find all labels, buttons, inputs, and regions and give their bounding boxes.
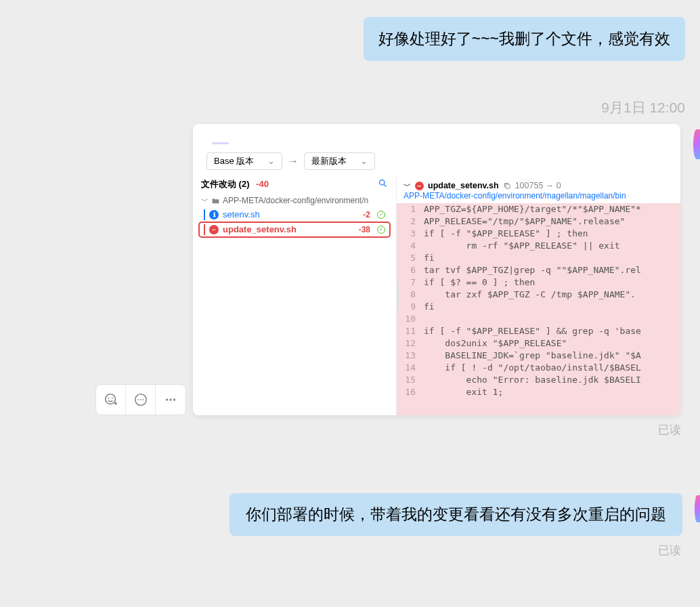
code-line: 8 tar zxf $APP_TGZ -C /tmp $APP_NAME". xyxy=(397,289,680,301)
comment-button[interactable] xyxy=(126,385,156,415)
code-line: 13 BASELINE_JDK=`grep "baseline.jdk" "$A xyxy=(397,350,680,362)
code-line: 15 echo "Error: baseline.jdk $BASELI xyxy=(397,374,680,386)
code-line: 12 dos2unix "$APP_RELEASE" xyxy=(397,337,680,350)
svg-point-9 xyxy=(173,398,175,400)
code-line: 4 rm -rf "$APP_RELEASE" || exit xyxy=(397,240,680,252)
base-label: Base 版本 xyxy=(214,155,254,167)
message-text: 你们部署的时候，带着我的变更看看还有没有多次重启的问题 xyxy=(246,505,666,523)
read-status: 已读 xyxy=(658,543,681,558)
read-status: 已读 xyxy=(658,422,681,438)
folder-path-row[interactable]: ﹀ APP-META/docker-config/environment/n xyxy=(201,196,388,206)
code-line: 6tar tvf $APP_TGZ|grep -q ""$APP_NAME".r… xyxy=(397,264,680,276)
svg-point-4 xyxy=(137,399,139,400)
svg-point-8 xyxy=(169,398,171,400)
code-line: 14 if [ ! -d "/opt/taobao/install/$BASEL xyxy=(397,362,680,374)
base-version-select[interactable]: Base 版本 xyxy=(206,152,282,170)
more-button[interactable] xyxy=(156,385,185,415)
code-line: 5fi xyxy=(397,252,680,264)
drag-handle[interactable] xyxy=(396,282,399,310)
chevron-down-icon: ﹀ xyxy=(201,196,209,206)
code-lines: 1APP_TGZ=${APP_HOME}/target"/*"$APP_NAME… xyxy=(397,203,680,398)
svg-point-10 xyxy=(380,180,385,185)
code-line: 9fi xyxy=(397,301,680,313)
file-diff: -2 xyxy=(363,210,370,219)
check-icon: ✓ xyxy=(377,211,385,219)
deleted-icon: − xyxy=(415,182,424,190)
code-line: 2APP_RELEASE="/tmp/"$APP_NAME".release" xyxy=(397,215,680,228)
code-line: 3if [ -f "$APP_RELEASE" ] ; then xyxy=(397,228,680,240)
minus-icon: − xyxy=(209,225,219,234)
svg-point-0 xyxy=(105,394,115,404)
reactions-panel xyxy=(95,384,186,415)
code-line: 11if [ -f "$APP_RELEASE" ] && grep -q 'b… xyxy=(397,325,680,337)
file-diff: -38 xyxy=(359,225,370,234)
changes-title: 文件改动 (2) -40 xyxy=(201,178,269,190)
file-changes-panel: 文件改动 (2) -40 ﹀ APP-META/docker-config/en xyxy=(193,177,396,415)
check-icon: ✓ xyxy=(377,226,385,234)
info-icon: ℹ xyxy=(209,210,219,219)
emoji-reaction-button[interactable] xyxy=(96,385,126,415)
search-icon[interactable] xyxy=(378,178,388,190)
folder-path: APP-META/docker-config/environment/n xyxy=(223,196,368,205)
code-line: 16 exit 1; xyxy=(397,386,680,398)
file-row-modified[interactable]: ℹ setenv.sh -2 ✓ xyxy=(201,208,388,222)
folder-icon xyxy=(211,196,220,205)
code-line: 1APP_TGZ=${APP_HOME}/target"/*"$APP_NAME… xyxy=(397,203,680,215)
code-line: 10 xyxy=(397,313,680,325)
timestamp: 9月1日 12:00 xyxy=(601,98,685,117)
svg-point-5 xyxy=(140,399,141,400)
code-line: 7if [ $? == 0 ] ; then xyxy=(397,276,680,289)
permissions: 100755 → 0 xyxy=(515,181,561,190)
latest-version-select[interactable]: 最新版本 xyxy=(304,152,375,170)
total-diff: -40 xyxy=(256,179,269,189)
copy-icon[interactable] xyxy=(503,182,511,190)
modified-bar xyxy=(204,209,205,220)
chevron-down-icon[interactable]: ﹀ xyxy=(403,181,411,191)
code-diff-panel: ﹀ − update_setenv.sh 100755 → 0 APP-META… xyxy=(396,177,680,415)
message-bubble: 好像处理好了~~~我删了个文件，感觉有效 xyxy=(364,17,685,61)
svg-point-7 xyxy=(166,398,168,400)
arrow-icon: → xyxy=(288,155,299,167)
diff-filename: update_setenv.sh xyxy=(428,181,499,190)
svg-point-2 xyxy=(111,398,112,399)
deleted-bar xyxy=(204,224,205,235)
svg-point-6 xyxy=(142,399,144,400)
message-text: 好像处理好了~~~我删了个文件，感觉有效 xyxy=(378,30,670,47)
file-row-deleted[interactable]: − update_setenv.sh -38 ✓ xyxy=(201,223,388,236)
svg-point-1 xyxy=(108,398,109,399)
card-top-decoration xyxy=(193,124,680,144)
diff-path[interactable]: APP-META/docker-config/environment/magel… xyxy=(403,191,674,201)
svg-rect-11 xyxy=(506,184,510,188)
avatar[interactable] xyxy=(695,495,700,522)
avatar[interactable] xyxy=(693,129,700,159)
file-name: update_setenv.sh xyxy=(223,224,355,234)
file-name: setenv.sh xyxy=(223,209,359,219)
screenshot-attachment[interactable]: Base 版本 → 最新版本 文件改动 (2) -40 xyxy=(193,124,680,415)
message-bubble: 你们部署的时候，带着我的变更看看还有没有多次重启的问题 xyxy=(229,493,682,536)
latest-label: 最新版本 xyxy=(311,155,347,167)
